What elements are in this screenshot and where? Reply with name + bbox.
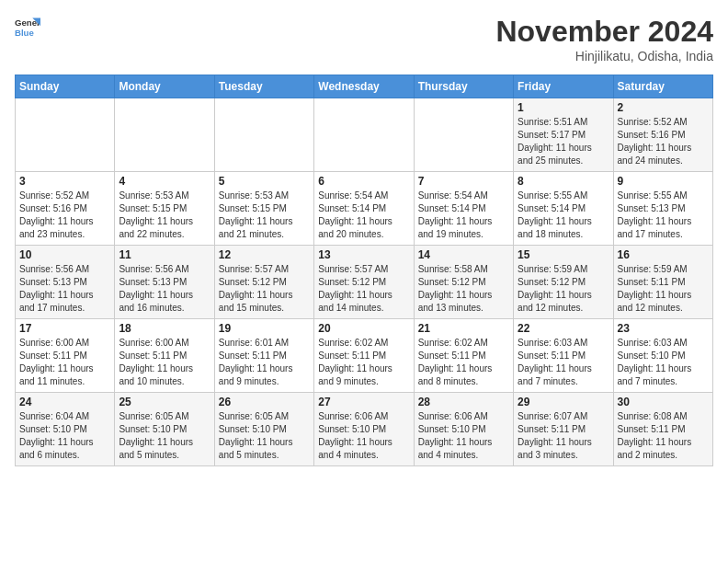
- calendar-day-cell: 12Sunrise: 5:57 AM Sunset: 5:12 PM Dayli…: [214, 246, 313, 319]
- day-info: Sunrise: 6:06 AM Sunset: 5:10 PM Dayligh…: [418, 410, 509, 462]
- day-info: Sunrise: 5:56 AM Sunset: 5:13 PM Dayligh…: [119, 263, 210, 315]
- day-info: Sunrise: 6:02 AM Sunset: 5:11 PM Dayligh…: [318, 337, 409, 388]
- calendar-day-cell: 3Sunrise: 5:52 AM Sunset: 5:16 PM Daylig…: [16, 172, 115, 246]
- day-number: 14: [418, 248, 509, 261]
- day-info: Sunrise: 5:53 AM Sunset: 5:15 PM Dayligh…: [219, 190, 310, 241]
- logo-icon: General Blue: [15, 15, 40, 40]
- day-info: Sunrise: 5:57 AM Sunset: 5:12 PM Dayligh…: [219, 263, 310, 315]
- day-number: 10: [19, 248, 110, 261]
- calendar-day-cell: 24Sunrise: 6:04 AM Sunset: 5:10 PM Dayli…: [16, 393, 115, 466]
- day-number: 17: [19, 322, 110, 335]
- day-number: 1: [518, 101, 609, 114]
- svg-text:Blue: Blue: [15, 28, 34, 38]
- day-info: Sunrise: 5:52 AM Sunset: 5:16 PM Dayligh…: [19, 190, 110, 241]
- day-info: Sunrise: 6:00 AM Sunset: 5:11 PM Dayligh…: [119, 337, 210, 388]
- day-number: 6: [318, 175, 409, 188]
- day-info: Sunrise: 6:03 AM Sunset: 5:11 PM Dayligh…: [518, 337, 609, 388]
- day-info: Sunrise: 5:57 AM Sunset: 5:12 PM Dayligh…: [318, 263, 409, 315]
- calendar-day-cell: 4Sunrise: 5:53 AM Sunset: 5:15 PM Daylig…: [115, 172, 214, 246]
- calendar-day-cell: 22Sunrise: 6:03 AM Sunset: 5:11 PM Dayli…: [514, 319, 613, 393]
- calendar-day-cell: 20Sunrise: 6:02 AM Sunset: 5:11 PM Dayli…: [314, 319, 414, 393]
- calendar-day-cell: 6Sunrise: 5:54 AM Sunset: 5:14 PM Daylig…: [314, 172, 414, 246]
- day-number: 19: [219, 322, 310, 335]
- month-title: November 2024: [495, 15, 713, 49]
- day-info: Sunrise: 6:05 AM Sunset: 5:10 PM Dayligh…: [119, 410, 210, 462]
- day-info: Sunrise: 6:01 AM Sunset: 5:11 PM Dayligh…: [219, 337, 310, 388]
- calendar-day-cell: 5Sunrise: 5:53 AM Sunset: 5:15 PM Daylig…: [214, 172, 313, 246]
- calendar-weekday-header: Tuesday: [214, 75, 313, 98]
- day-info: Sunrise: 6:02 AM Sunset: 5:11 PM Dayligh…: [418, 337, 509, 388]
- calendar-day-cell: 18Sunrise: 6:00 AM Sunset: 5:11 PM Dayli…: [115, 319, 214, 393]
- day-info: Sunrise: 5:55 AM Sunset: 5:14 PM Dayligh…: [518, 190, 609, 241]
- day-info: Sunrise: 5:54 AM Sunset: 5:14 PM Dayligh…: [318, 190, 409, 241]
- calendar-day-cell: [16, 98, 115, 172]
- day-number: 21: [418, 322, 509, 335]
- day-number: 18: [119, 322, 210, 335]
- calendar-day-cell: [214, 98, 313, 172]
- calendar-day-cell: 15Sunrise: 5:59 AM Sunset: 5:12 PM Dayli…: [514, 246, 613, 319]
- day-number: 13: [318, 248, 409, 261]
- day-info: Sunrise: 6:06 AM Sunset: 5:10 PM Dayligh…: [318, 410, 409, 462]
- calendar-week-row: 17Sunrise: 6:00 AM Sunset: 5:11 PM Dayli…: [16, 319, 713, 393]
- calendar-week-row: 10Sunrise: 5:56 AM Sunset: 5:13 PM Dayli…: [16, 246, 713, 319]
- day-number: 24: [19, 396, 110, 408]
- calendar-day-cell: 16Sunrise: 5:59 AM Sunset: 5:11 PM Dayli…: [613, 246, 712, 319]
- calendar-day-cell: 13Sunrise: 5:57 AM Sunset: 5:12 PM Dayli…: [314, 246, 414, 319]
- day-info: Sunrise: 5:51 AM Sunset: 5:17 PM Dayligh…: [518, 116, 609, 167]
- day-number: 2: [618, 101, 709, 114]
- logo: General Blue: [15, 15, 40, 40]
- day-info: Sunrise: 5:55 AM Sunset: 5:13 PM Dayligh…: [618, 190, 709, 241]
- day-number: 22: [518, 322, 609, 335]
- day-info: Sunrise: 6:04 AM Sunset: 5:10 PM Dayligh…: [19, 410, 110, 462]
- calendar-week-row: 1Sunrise: 5:51 AM Sunset: 5:17 PM Daylig…: [16, 98, 713, 172]
- calendar-day-cell: 14Sunrise: 5:58 AM Sunset: 5:12 PM Dayli…: [414, 246, 513, 319]
- page-header: General Blue November 2024 Hinjilikatu, …: [15, 15, 713, 63]
- day-info: Sunrise: 5:56 AM Sunset: 5:13 PM Dayligh…: [19, 263, 110, 315]
- day-number: 26: [219, 396, 310, 408]
- calendar-day-cell: 7Sunrise: 5:54 AM Sunset: 5:14 PM Daylig…: [414, 172, 513, 246]
- calendar-day-cell: 29Sunrise: 6:07 AM Sunset: 5:11 PM Dayli…: [514, 393, 613, 466]
- day-number: 9: [618, 175, 709, 188]
- day-number: 8: [518, 175, 609, 188]
- day-info: Sunrise: 5:54 AM Sunset: 5:14 PM Dayligh…: [418, 190, 509, 241]
- day-number: 20: [318, 322, 409, 335]
- calendar-day-cell: [414, 98, 513, 172]
- calendar-day-cell: 9Sunrise: 5:55 AM Sunset: 5:13 PM Daylig…: [613, 172, 712, 246]
- calendar-table: SundayMondayTuesdayWednesdayThursdayFrid…: [15, 75, 713, 466]
- calendar-week-row: 24Sunrise: 6:04 AM Sunset: 5:10 PM Dayli…: [16, 393, 713, 466]
- calendar-day-cell: 28Sunrise: 6:06 AM Sunset: 5:10 PM Dayli…: [414, 393, 513, 466]
- calendar-weekday-header: Sunday: [16, 75, 115, 98]
- calendar-day-cell: 8Sunrise: 5:55 AM Sunset: 5:14 PM Daylig…: [514, 172, 613, 246]
- day-number: 25: [119, 396, 210, 408]
- calendar-day-cell: 1Sunrise: 5:51 AM Sunset: 5:17 PM Daylig…: [514, 98, 613, 172]
- day-number: 30: [618, 396, 709, 408]
- calendar-day-cell: [314, 98, 414, 172]
- calendar-weekday-header: Monday: [115, 75, 214, 98]
- calendar-weekday-header: Saturday: [613, 75, 712, 98]
- day-info: Sunrise: 5:59 AM Sunset: 5:11 PM Dayligh…: [618, 263, 709, 315]
- day-info: Sunrise: 5:58 AM Sunset: 5:12 PM Dayligh…: [418, 263, 509, 315]
- day-info: Sunrise: 5:52 AM Sunset: 5:16 PM Dayligh…: [618, 116, 709, 167]
- day-info: Sunrise: 6:07 AM Sunset: 5:11 PM Dayligh…: [518, 410, 609, 462]
- location: Hinjilikatu, Odisha, India: [495, 49, 713, 63]
- calendar-weekday-header: Thursday: [414, 75, 513, 98]
- day-number: 4: [119, 175, 210, 188]
- day-number: 5: [219, 175, 310, 188]
- day-number: 11: [119, 248, 210, 261]
- calendar-weekday-header: Friday: [514, 75, 613, 98]
- day-number: 7: [418, 175, 509, 188]
- title-block: November 2024 Hinjilikatu, Odisha, India: [495, 15, 713, 63]
- day-info: Sunrise: 6:08 AM Sunset: 5:11 PM Dayligh…: [618, 410, 709, 462]
- day-number: 28: [418, 396, 509, 408]
- calendar-day-cell: 21Sunrise: 6:02 AM Sunset: 5:11 PM Dayli…: [414, 319, 513, 393]
- day-number: 15: [518, 248, 609, 261]
- calendar-day-cell: 11Sunrise: 5:56 AM Sunset: 5:13 PM Dayli…: [115, 246, 214, 319]
- calendar-day-cell: 2Sunrise: 5:52 AM Sunset: 5:16 PM Daylig…: [613, 98, 712, 172]
- day-info: Sunrise: 6:03 AM Sunset: 5:10 PM Dayligh…: [618, 337, 709, 388]
- calendar-header-row: SundayMondayTuesdayWednesdayThursdayFrid…: [16, 75, 713, 98]
- calendar-weekday-header: Wednesday: [314, 75, 414, 98]
- calendar-day-cell: 17Sunrise: 6:00 AM Sunset: 5:11 PM Dayli…: [16, 319, 115, 393]
- calendar-day-cell: 23Sunrise: 6:03 AM Sunset: 5:10 PM Dayli…: [613, 319, 712, 393]
- day-number: 27: [318, 396, 409, 408]
- day-number: 16: [618, 248, 709, 261]
